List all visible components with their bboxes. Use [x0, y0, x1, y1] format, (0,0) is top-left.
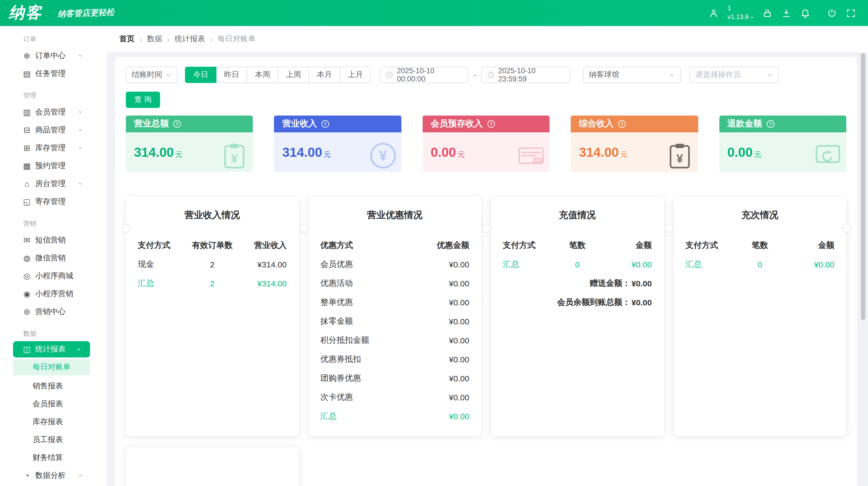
sidebar-item-booking-manage[interactable]: ▦预约管理	[0, 157, 107, 175]
sidebar-item-label: 订单中心	[35, 51, 66, 61]
operator-select[interactable]: 请选择操作员	[689, 67, 779, 83]
calendar-icon: ▦	[22, 161, 31, 170]
sidebar-item-sms-marketing[interactable]: ✉短信营销	[0, 231, 107, 249]
column-header: 笔数	[553, 240, 602, 251]
sidebar-section-label: 订单	[23, 35, 107, 44]
sidebar-item-wechat-marketing[interactable]: ◍微信营销	[0, 249, 107, 267]
tab-last-week[interactable]: 上周	[278, 67, 309, 83]
store-select[interactable]: 纳客球馆	[583, 67, 681, 83]
table-header-row: 支付方式笔数金额	[685, 236, 834, 255]
table-cell: 抹零金额	[320, 316, 395, 327]
topbar-actions: 1 v1.13.6 ›	[709, 5, 868, 22]
sidebar-item-inventory-manage[interactable]: ⊞库存管理›	[0, 139, 107, 157]
table-row: 现金2¥314.00	[138, 255, 287, 274]
table-row: 汇总0¥0.00	[503, 255, 652, 274]
download-icon[interactable]	[781, 8, 792, 18]
fullscreen-icon[interactable]	[846, 8, 856, 18]
user-icon[interactable]	[709, 8, 719, 18]
stat-card-value: 0.00	[727, 144, 752, 159]
table-cell: 次卡优惠	[320, 392, 395, 402]
sidebar: 订单⊕订单中心›▤任务管理管理▥会员管理›⊟商品管理›⊞库存管理›▦预约管理⌂房…	[0, 26, 107, 486]
time-field-value: 结账时间	[132, 70, 162, 80]
sidebar-item-task-manage[interactable]: ▤任务管理	[0, 65, 107, 83]
tab-yesterday[interactable]: 昨日	[216, 67, 247, 83]
table-cell: ¥0.00	[395, 336, 469, 345]
table-cell: 0	[553, 260, 602, 269]
table-row: 抹零金额¥0.00	[320, 312, 469, 331]
table-cell: 团购券优惠	[320, 373, 395, 384]
app-slogan: 纳客管店更轻松	[57, 7, 115, 19]
tab-today[interactable]: 今日	[185, 67, 216, 83]
sidebar-item-data-analysis[interactable]: ◔数据分析›	[0, 466, 107, 484]
time-field-select[interactable]: 结账时间	[126, 67, 177, 83]
tab-last-month[interactable]: 上月	[340, 67, 371, 83]
breadcrumb-item[interactable]: 首页	[119, 34, 134, 44]
stat-card-value: 0.00	[431, 144, 456, 159]
sidebar-item-miniapp-mall[interactable]: ◎小程序商城	[0, 267, 107, 285]
svg-text:?: ?	[621, 122, 623, 127]
help-icon[interactable]: ?	[618, 120, 626, 128]
chevron-down-icon	[767, 72, 773, 78]
stat-card-value: 314.00	[579, 144, 619, 159]
tab-this-month[interactable]: 本月	[309, 67, 340, 83]
sidebar-item-label: 短信营销	[35, 235, 66, 245]
sidebar-section-label: 管理	[23, 91, 107, 100]
sidebar-item-sales-report[interactable]: 销售报表	[0, 377, 107, 395]
end-date-input[interactable]: 2025-10-10 23:59:59	[481, 67, 570, 83]
table-row: 优惠活动¥0.00	[320, 274, 469, 293]
sidebar-item-room-manage[interactable]: ⌂房台管理›	[0, 175, 107, 193]
breadcrumb-item[interactable]: 统计报表	[175, 34, 205, 44]
stat-card-business-income: 营业收入?314.00元¥	[274, 116, 401, 172]
table-cell: 0	[735, 260, 785, 269]
sidebar-item-statistics-report[interactable]: ◫统计报表›	[13, 341, 90, 357]
lock-icon[interactable]	[762, 8, 773, 18]
tab-this-week[interactable]: 本周	[247, 67, 278, 83]
panel-notch	[842, 224, 850, 233]
chevron-down-icon: ›	[749, 16, 756, 18]
query-button[interactable]: 查 询	[126, 92, 160, 108]
user-menu[interactable]: 1 v1.13.6 ›	[727, 5, 753, 22]
sidebar-item-goods-manage[interactable]: ⊟商品管理›	[0, 121, 107, 139]
sidebar-item-marketing-center[interactable]: ⊚营销中心	[0, 303, 107, 321]
stat-card-title: 营业收入	[282, 118, 317, 130]
column-header: 优惠方式	[320, 240, 395, 251]
sidebar-item-staff-report[interactable]: 员工报表	[0, 431, 107, 449]
help-icon[interactable]: ?	[173, 120, 181, 128]
help-icon[interactable]: ?	[487, 120, 495, 128]
table-cell: ¥0.00	[395, 260, 469, 269]
table-cell: ¥0.00	[395, 355, 469, 364]
table-cell: 积分抵扣金额	[320, 335, 395, 346]
sidebar-item-label: 微信营销	[35, 253, 66, 263]
inventory-icon: ⊞	[22, 143, 31, 153]
summary-label: 赠送金额：	[590, 278, 630, 289]
breadcrumb-separator-icon: ›	[140, 34, 142, 44]
vip-card-icon: VIP	[517, 141, 545, 170]
chevron-down-icon	[669, 72, 675, 78]
sidebar-item-storage-manage[interactable]: ◱寄存管理	[0, 193, 107, 210]
bell-icon[interactable]	[800, 8, 810, 18]
sidebar-item-member-manage[interactable]: ▥会员管理›	[0, 103, 107, 121]
power-icon[interactable]	[827, 8, 837, 18]
help-icon[interactable]: ?	[321, 120, 330, 128]
sidebar-item-daily-statement[interactable]: 每日对账单	[13, 359, 90, 375]
sidebar-item-member-report[interactable]: 会员报表	[0, 395, 107, 413]
sidebar-item-label: 会员管理	[35, 107, 66, 117]
panel-notch	[664, 224, 673, 233]
summary-row: 会员余额到账总额：¥0.00	[503, 293, 652, 312]
breadcrumb-item[interactable]: 数据	[147, 34, 162, 44]
svg-text:¥: ¥	[231, 152, 238, 165]
sidebar-item-finance-settle[interactable]: 财务结算	[0, 449, 107, 466]
svg-text:?: ?	[490, 122, 492, 127]
sidebar-item-miniapp-marketing[interactable]: ◉小程序营销	[0, 285, 107, 303]
start-date-input[interactable]: 2025-10-10 00:00:00	[380, 67, 469, 83]
sidebar-item-inventory-report[interactable]: 库存报表	[0, 413, 107, 431]
sidebar-item-order-center[interactable]: ⊕订单中心›	[0, 47, 107, 65]
summary-value: ¥0.00	[631, 298, 652, 307]
miniapp-marketing-icon: ◉	[22, 289, 31, 299]
stat-card-title: 会员预存收入	[431, 118, 483, 130]
scrollbar[interactable]	[861, 53, 865, 320]
chevron-down-icon: ›	[77, 129, 85, 131]
clipboard-yen-icon: ¥	[220, 141, 249, 170]
table-cell: 现金	[138, 259, 187, 269]
help-icon[interactable]: ?	[766, 120, 774, 128]
